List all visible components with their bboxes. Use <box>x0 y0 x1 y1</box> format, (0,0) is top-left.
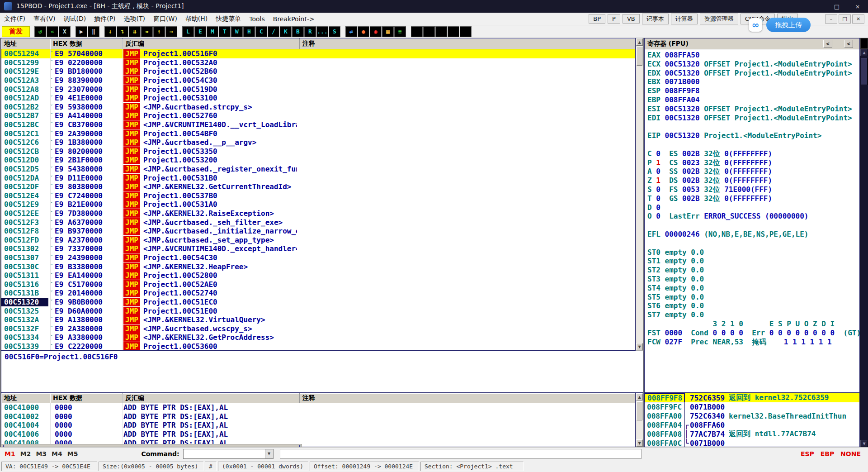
toolbar-button[interactable]: ↓ <box>104 26 116 37</box>
scroll-thumb[interactable] <box>637 47 642 66</box>
column-header-comment[interactable]: 注释 <box>300 393 635 403</box>
column-divider[interactable] <box>300 403 300 447</box>
scroll-thumb[interactable] <box>637 401 642 420</box>
disasm-row[interactable]: 00C51299 ˇ E9 02200000 JMP Project1.00C5… <box>1 58 635 67</box>
disasm-row[interactable]: 00C51320 ˇ E9 9B0B0000 JMP Project1.00C5… <box>1 298 635 307</box>
toolbar-button[interactable]: ‖ <box>88 26 99 37</box>
scroll-left-icon[interactable]: ◄ <box>1 444 5 447</box>
menu-tool-button[interactable]: BP <box>589 14 605 24</box>
toolbar-button[interactable]: H <box>243 26 255 37</box>
disasm-scrollbar[interactable]: ▲ ▼ <box>636 38 643 351</box>
column-header-address[interactable]: 地址 <box>1 38 50 49</box>
register-line[interactable]: ST2 empty 0.0 <box>645 266 859 275</box>
register-line[interactable]: D 0 <box>645 203 859 212</box>
disasm-row[interactable]: 00C512B7 ˇ E9 A4140000 JMP Project1.00C5… <box>1 111 635 120</box>
disasm-row[interactable]: 00C512D5 ˇ E9 54380000 JMP <JMP.&ucrtbas… <box>1 165 635 174</box>
toolbar-button[interactable] <box>423 26 435 37</box>
toolbar-button[interactable] <box>341 26 345 37</box>
menu-tool-button[interactable]: 记事本 <box>642 14 669 24</box>
toolbar-button[interactable]: R <box>304 26 316 37</box>
scroll-up-icon[interactable]: ▲ <box>860 49 868 56</box>
register-line[interactable]: ST3 empty 0.0 <box>645 275 859 284</box>
disasm-row[interactable]: 00C512B2 ˇ E9 59380000 JMP <JMP.&ucrtbas… <box>1 103 635 112</box>
menu-item[interactable]: 查看(V) <box>29 13 60 25</box>
disasm-row[interactable]: 00C51307 ˇ E9 24390000 JMP Project1.00C5… <box>1 253 635 262</box>
dump-row[interactable]: 00C41004 0000 ADD BYTE PTR DS:[EAX],AL <box>1 421 635 430</box>
toolbar-button[interactable] <box>411 26 423 37</box>
toolbar-button[interactable]: ↴ <box>117 26 128 37</box>
macro-button[interactable]: M4 <box>52 450 62 458</box>
register-line[interactable] <box>645 122 859 131</box>
disasm-row[interactable]: 00C512D0 ˇ E9 2B1F0000 JMP Project1.00C5… <box>1 156 635 165</box>
disasm-row[interactable]: 00C512F8 ˇ E9 B9370000 JMP <JMP.&ucrtbas… <box>1 227 635 236</box>
menu-item[interactable]: Tools <box>245 13 269 25</box>
disasm-row[interactable]: 00C512DF ˇ E9 80380000 JMP <JMP.&KERNEL3… <box>1 182 635 191</box>
toolbar-button[interactable]: M <box>207 26 218 37</box>
column-divider[interactable] <box>50 403 51 447</box>
column-divider[interactable] <box>50 49 51 350</box>
register-line[interactable]: EAX 008FFA50 <box>645 51 859 60</box>
disasm-row[interactable]: 00C5132A ˇ E9 A1380000 JMP <JMP.&KERNEL3… <box>1 315 635 324</box>
toolbar-button[interactable] <box>448 26 459 37</box>
disasm-row[interactable]: 00C51339 ˇ E9 C2220000 JMP Project1.00C5… <box>1 342 635 351</box>
command-input[interactable]: ▼ <box>183 449 274 459</box>
toolbar-button[interactable]: ↑ <box>153 26 165 37</box>
toolbar-button[interactable]: ⇊ <box>129 26 141 37</box>
register-line[interactable]: EFL 00000246 (NO,NB,E,BE,NS,PE,GE,LE) <box>645 230 859 239</box>
toolbar-button[interactable]: ... <box>316 26 328 37</box>
register-line[interactable] <box>645 221 859 230</box>
toolbar-button[interactable] <box>178 26 182 37</box>
menu-item[interactable]: 文件(F) <box>0 13 29 25</box>
stack-row[interactable]: 008FFA0C └ 0071B000 <box>645 439 859 447</box>
register-line[interactable]: T 0 GS 002B 32位 0(FFFFFFFF) <box>645 194 859 203</box>
disasm-row[interactable]: 00C5132F ˇ E9 2A380000 JMP <JMP.&ucrtbas… <box>1 324 635 333</box>
disasm-row[interactable]: 00C5129E ˇ E9 BD180000 JMP Project1.00C5… <box>1 67 635 76</box>
toolbar-button[interactable]: X <box>59 26 71 37</box>
toolbar-button[interactable] <box>435 26 447 37</box>
register-line[interactable] <box>645 140 859 149</box>
registers-scrollbar[interactable]: ▲ ▼ <box>860 38 868 447</box>
register-line[interactable]: ECX 00C51320 OFFSET Project1.<ModuleEntr… <box>645 60 859 69</box>
toolbar-button[interactable]: ● <box>358 26 369 37</box>
toolbar-button[interactable] <box>100 26 104 37</box>
close-button[interactable]: × <box>847 0 868 13</box>
disasm-row[interactable]: 00C5131B ˇ E9 20140000 JMP Project1.00C5… <box>1 289 635 298</box>
column-header-disassembly[interactable]: 反汇编 <box>123 393 300 403</box>
register-line[interactable]: FCW 027F Prec NEAR,53 掩码 1 1 1 1 1 1 <box>645 338 859 347</box>
disasm-row[interactable]: 00C51311 ˇ E9 EA140000 JMP Project1.00C5… <box>1 271 635 280</box>
register-line[interactable]: FST 0000 Cond 0 0 0 0 Err 0 0 0 0 0 0 0 … <box>645 329 859 338</box>
register-line[interactable]: ST7 empty 0.0 <box>645 310 859 319</box>
menu-tool-button[interactable]: 资源管理器 <box>700 14 738 24</box>
dump-row[interactable]: 00C41000 0000 ADD BYTE PTR DS:[EAX],AL <box>1 403 635 412</box>
stack-row[interactable]: 008FFA04 ┌ 008FFA60 <box>645 420 859 429</box>
scroll-up-icon[interactable]: ▲ <box>636 38 643 46</box>
register-line[interactable]: EBP 008FFA04 <box>645 95 859 105</box>
stack-row[interactable]: 008FF9F8 752C6359 返回到 kernel32.752C6359 <box>645 393 859 402</box>
disasm-row[interactable]: 00C512FD ˇ E9 A2370000 JMP <JMP.&ucrtbas… <box>1 235 635 244</box>
column-divider[interactable] <box>300 49 300 350</box>
disasm-row[interactable]: 00C512E9 ˇ E9 B21E0000 JMP Project1.00C5… <box>1 200 635 209</box>
menu-item[interactable]: 快捷菜单 <box>212 13 245 25</box>
menu-tool-button[interactable]: P <box>608 14 620 24</box>
scroll-thumb[interactable] <box>861 58 868 85</box>
register-line[interactable]: ST1 empty 0.0 <box>645 257 859 266</box>
toolbar-button[interactable]: S <box>329 26 340 37</box>
register-line[interactable]: ST5 empty 0.0 <box>645 293 859 302</box>
register-line[interactable]: ESP 008FF9F8 <box>645 86 859 95</box>
scroll-right-icon[interactable]: ► <box>298 444 302 447</box>
menu-item[interactable]: BreakPoint-> <box>269 13 319 25</box>
register-line[interactable]: EDX 00C51320 OFFSET Project1.<ModuleEntr… <box>645 69 859 78</box>
toolbar-button[interactable]: T <box>219 26 231 37</box>
disasm-row[interactable]: 00C512F3 ˇ E9 A6370000 JMP <JMP.&ucrtbas… <box>1 218 635 227</box>
disasm-row[interactable]: 00C51302 ˇ E9 73370000 JMP <JMP.&VCRUNTI… <box>1 244 635 253</box>
disasm-row[interactable]: 00C512A8 ˇ E9 23070000 JMP Project1.00C5… <box>1 85 635 94</box>
register-line[interactable]: EIP 00C51320 Project1.<ModuleEntryPoint> <box>645 131 859 140</box>
stack-row[interactable]: 008FF9FC 0071B000 <box>645 402 859 411</box>
register-line[interactable]: Z 1 DS 002B 32位 0(FFFFFFFF) <box>645 176 859 185</box>
toolbar-button[interactable] <box>460 26 472 37</box>
disasm-row[interactable]: 00C512A3 ˇ E9 88390000 JMP Project1.00C5… <box>1 76 635 85</box>
scroll-down-icon[interactable]: ▼ <box>860 440 868 447</box>
toolbar-button[interactable]: ◉ <box>370 26 382 37</box>
disasm-row[interactable]: 00C51334 ˇ E9 A3380000 JMP <JMP.&KERNEL3… <box>1 333 635 342</box>
disasm-row[interactable]: 00C5130C ˇ E9 B3380000 JMP <JMP.&KERNEL3… <box>1 262 635 271</box>
